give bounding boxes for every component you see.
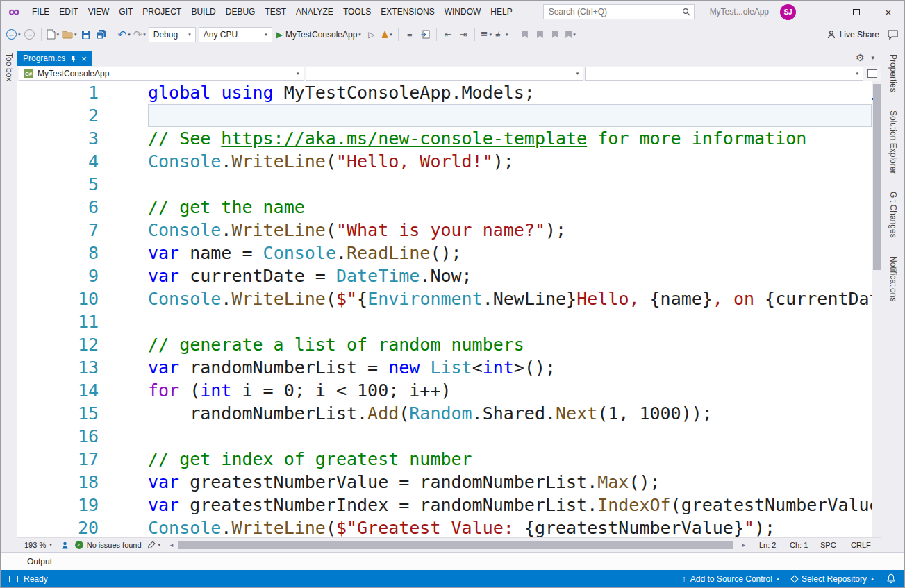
line-code[interactable]: // See https://aka.ms/new-console-templa…	[148, 127, 872, 150]
navigate-forward-button[interactable]: →	[22, 26, 38, 43]
line-code[interactable]: // get index of greatest number	[148, 448, 872, 471]
output-panel-bar[interactable]: Output	[1, 552, 904, 570]
search-icon[interactable]	[679, 8, 694, 16]
line-code[interactable]: Console.WriteLine($"{Environment.NewLine…	[148, 287, 872, 310]
sign-in-person-icon[interactable]	[60, 541, 69, 550]
document-list-chevron-icon[interactable]: ▾	[871, 54, 874, 61]
menu-extensions[interactable]: EXTENSIONS	[376, 1, 439, 23]
tool-tab-git-changes[interactable]: Git Changes	[888, 192, 898, 238]
menu-project[interactable]: PROJECT	[138, 1, 186, 23]
spaces-indicator[interactable]: SPC	[816, 541, 847, 549]
code-line-19[interactable]: 19var greatestNumberIndex = randomNumber…	[17, 494, 872, 516]
split-window-icon[interactable]	[867, 69, 877, 78]
document-health-indicator[interactable]: ✓ No issues found	[75, 541, 142, 549]
menu-build[interactable]: BUILD	[186, 1, 220, 23]
undo-button[interactable]: ↶▾	[117, 26, 132, 43]
horizontal-scrollbar[interactable]: ◂ ▸	[167, 540, 748, 550]
code-cleanup-button[interactable]: ▾	[147, 541, 161, 549]
menu-git[interactable]: GIT	[114, 1, 138, 23]
uncomment-button[interactable]: ≢▾	[494, 26, 510, 43]
menu-test[interactable]: TEST	[260, 1, 291, 23]
increase-indent-button[interactable]: ⇥	[456, 26, 471, 43]
zoom-dropdown[interactable]: 193 %▾	[22, 541, 55, 549]
line-code[interactable]: Console.WriteLine($"Greatest Value: {gre…	[148, 516, 872, 537]
new-file-button[interactable]: ▾	[45, 26, 61, 43]
navigate-back-button[interactable]: ←▾	[5, 26, 22, 43]
start-debugging-button[interactable]: ▶MyTestConsoleApp▾	[274, 26, 364, 43]
scroll-left-icon[interactable]: ◂	[167, 541, 176, 548]
line-code[interactable]	[148, 104, 872, 127]
line-indicator[interactable]: Ln: 2	[755, 541, 786, 549]
line-code[interactable]: for (int i = 0; i < 100; i++)	[148, 379, 872, 402]
line-code[interactable]: var randomNumberList = new List<int>();	[148, 356, 872, 379]
line-code[interactable]: var greatestNumberIndex = randomNumberLi…	[148, 494, 872, 516]
save-all-button[interactable]	[94, 26, 109, 43]
start-without-debugging-button[interactable]: ▷	[364, 26, 379, 43]
menu-debug[interactable]: DEBUG	[221, 1, 260, 23]
line-ending-indicator[interactable]: CRLF	[847, 541, 877, 549]
clear-bookmarks-button[interactable]: ▾	[563, 26, 578, 43]
column-indicator[interactable]: Ch: 1	[786, 541, 816, 549]
line-code[interactable]: Console.WriteLine("What is your name?");	[148, 219, 872, 242]
live-share-button[interactable]: Live Share	[821, 30, 885, 40]
minimize-button[interactable]	[808, 1, 840, 23]
select-repository-button[interactable]: Select Repository ▴	[792, 574, 874, 584]
code-line-9[interactable]: 9var currentDate = DateTime.Now;	[17, 264, 872, 287]
code-line-1[interactable]: 1global using MyTestConsoleApp.Models;	[17, 81, 872, 104]
sync-with-active-document-button[interactable]	[417, 26, 433, 43]
code-line-4[interactable]: 4Console.WriteLine("Hello, World!");	[17, 150, 872, 173]
search-input[interactable]	[544, 7, 679, 17]
line-code[interactable]: // generate a list of random numbers	[148, 333, 872, 356]
background-tasks-icon[interactable]	[9, 576, 18, 582]
line-code[interactable]: randomNumberList.Add(Random.Shared.Next(…	[148, 402, 872, 425]
code-line-14[interactable]: 14for (int i = 0; i < 100; i++)	[17, 379, 872, 402]
solution-platform-dropdown[interactable]: Any CPU▾	[199, 27, 272, 42]
vertical-scrollbar-thumb[interactable]	[873, 84, 881, 270]
code-line-5[interactable]: 5	[17, 173, 872, 196]
save-button[interactable]	[78, 26, 94, 43]
code-line-15[interactable]: 15 randomNumberList.Add(Random.Shared.Ne…	[17, 402, 872, 425]
redo-button[interactable]: ↷▾	[132, 26, 147, 43]
send-feedback-button[interactable]	[885, 26, 900, 43]
decrease-indent-button[interactable]: ⇤	[440, 26, 456, 43]
tool-tab-properties[interactable]: Properties	[888, 54, 898, 92]
tool-tab-toolbox[interactable]: Toolbox	[4, 53, 14, 81]
open-file-button[interactable]: ▾	[60, 26, 78, 43]
menu-edit[interactable]: EDIT	[54, 1, 83, 23]
project-dropdown[interactable]: C# MyTestConsoleApp ▾	[19, 67, 304, 81]
line-code[interactable]: Console.WriteLine("Hello, World!");	[148, 150, 872, 173]
find-in-files-button[interactable]: ≡	[402, 26, 417, 43]
menu-window[interactable]: WINDOW	[440, 1, 486, 23]
account-avatar[interactable]: SJ	[780, 4, 796, 20]
code-editor[interactable]: 1global using MyTestConsoleApp.Models;23…	[17, 81, 881, 537]
horizontal-scrollbar-thumb[interactable]	[178, 541, 733, 549]
vertical-scrollbar[interactable]	[872, 81, 881, 537]
tab-program-cs[interactable]: Program.cs ×	[17, 51, 92, 66]
tool-tab-notifications[interactable]: Notifications	[888, 256, 898, 301]
hot-reload-button[interactable]: ▾	[379, 26, 395, 43]
code-line-3[interactable]: 3// See https://aka.ms/new-console-templ…	[17, 127, 872, 150]
close-button[interactable]: ×	[872, 1, 904, 23]
code-line-11[interactable]: 11	[17, 310, 872, 333]
code-line-6[interactable]: 6// get the name	[17, 196, 872, 219]
menu-view[interactable]: VIEW	[83, 1, 115, 23]
menu-file[interactable]: FILE	[27, 1, 54, 23]
line-code[interactable]: var name = Console.ReadLine();	[148, 242, 872, 264]
search-box[interactable]	[543, 4, 695, 19]
code-line-12[interactable]: 12// generate a list of random numbers	[17, 333, 872, 356]
pin-icon[interactable]	[70, 55, 76, 62]
horizontal-scroll-track[interactable]	[176, 540, 740, 550]
previous-bookmark-button[interactable]	[532, 26, 547, 43]
menu-analyze[interactable]: ANALYZE	[291, 1, 338, 23]
code-line-18[interactable]: 18var greatestNumberValue = randomNumber…	[17, 471, 872, 494]
code-line-8[interactable]: 8var name = Console.ReadLine();	[17, 242, 872, 264]
line-code[interactable]	[148, 425, 872, 448]
menu-tools[interactable]: TOOLS	[338, 1, 376, 23]
code-line-16[interactable]: 16	[17, 425, 872, 448]
code-line-20[interactable]: 20Console.WriteLine($"Greatest Value: {g…	[17, 516, 872, 537]
code-line-10[interactable]: 10Console.WriteLine($"{Environment.NewLi…	[17, 287, 872, 310]
line-code[interactable]: global using MyTestConsoleApp.Models;	[148, 81, 872, 104]
tab-close-icon[interactable]: ×	[81, 54, 87, 63]
code-line-2[interactable]: 2	[17, 104, 872, 127]
member-dropdown[interactable]: ▾	[585, 67, 863, 81]
